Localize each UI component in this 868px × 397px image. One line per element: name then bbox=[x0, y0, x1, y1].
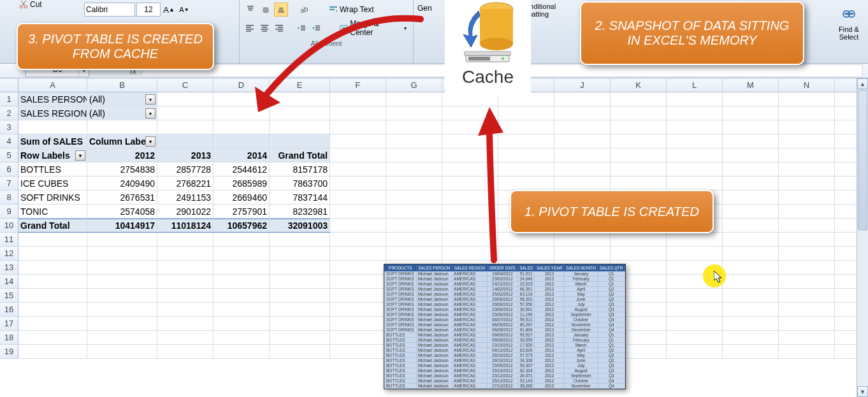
cell[interactable] bbox=[157, 261, 213, 275]
cell[interactable]: 2768221 bbox=[157, 177, 213, 191]
cell[interactable] bbox=[442, 148, 498, 162]
cell[interactable] bbox=[442, 177, 498, 191]
shrink-font-button[interactable]: A▼ bbox=[177, 3, 191, 17]
row-header-2[interactable]: 2 bbox=[0, 106, 18, 120]
cell[interactable] bbox=[779, 134, 835, 148]
cell[interactable] bbox=[330, 275, 386, 289]
cell[interactable] bbox=[498, 106, 554, 120]
cell[interactable] bbox=[498, 134, 554, 148]
column-header-J[interactable]: J bbox=[554, 78, 611, 92]
column-header-E[interactable]: E bbox=[270, 78, 330, 92]
cell[interactable] bbox=[442, 106, 498, 120]
cell[interactable] bbox=[554, 177, 611, 191]
vertical-scrollbar[interactable]: ▲ ▼ bbox=[857, 78, 868, 397]
merge-center-button[interactable]: Merge & Center ▾ bbox=[337, 18, 409, 38]
cell[interactable] bbox=[330, 92, 386, 106]
cell[interactable] bbox=[779, 233, 835, 247]
cell[interactable] bbox=[213, 233, 270, 247]
cell[interactable] bbox=[18, 275, 87, 289]
cell[interactable]: 7837144 bbox=[270, 191, 330, 205]
filter-dropdown[interactable]: ▾ bbox=[145, 94, 156, 105]
cell[interactable] bbox=[213, 92, 270, 106]
number-format-select[interactable]: Gen bbox=[417, 1, 441, 13]
conditional-formatting-button[interactable]: onditional matting bbox=[526, 3, 564, 18]
cell[interactable]: 10414917 bbox=[87, 219, 157, 233]
cell[interactable] bbox=[330, 317, 386, 331]
cell[interactable] bbox=[554, 148, 611, 162]
cell[interactable]: (All)▾ bbox=[87, 92, 157, 106]
cell[interactable] bbox=[554, 134, 611, 148]
cell[interactable] bbox=[157, 331, 213, 345]
cell[interactable] bbox=[779, 289, 835, 303]
cell[interactable] bbox=[723, 261, 779, 275]
cell[interactable] bbox=[330, 233, 386, 247]
cell[interactable]: 2409490 bbox=[87, 177, 157, 191]
cell[interactable] bbox=[779, 92, 835, 106]
cell[interactable]: 8232981 bbox=[270, 205, 330, 219]
cell[interactable] bbox=[779, 162, 835, 177]
cell[interactable]: SALES REGION bbox=[18, 106, 87, 120]
cell[interactable] bbox=[18, 317, 87, 331]
row-header-15[interactable]: 15 bbox=[0, 289, 18, 303]
column-labels-dropdown[interactable]: ▾ bbox=[145, 136, 156, 147]
cell[interactable] bbox=[611, 134, 667, 148]
cell[interactable] bbox=[157, 120, 213, 134]
cell[interactable] bbox=[667, 289, 723, 303]
cell[interactable] bbox=[270, 261, 330, 275]
row-header-18[interactable]: 18 bbox=[0, 331, 18, 345]
cell[interactable]: 32091003 bbox=[270, 219, 330, 233]
column-header-K[interactable]: K bbox=[611, 78, 667, 92]
cell[interactable]: TONIC bbox=[18, 205, 87, 219]
cell[interactable] bbox=[611, 92, 667, 106]
cell[interactable] bbox=[498, 120, 554, 134]
cell[interactable] bbox=[554, 106, 611, 120]
cell[interactable] bbox=[330, 205, 386, 219]
cell[interactable]: 2685989 bbox=[213, 177, 270, 191]
cell[interactable] bbox=[667, 233, 723, 247]
cell[interactable] bbox=[442, 247, 498, 261]
cell[interactable] bbox=[723, 205, 779, 219]
cell[interactable] bbox=[386, 205, 442, 219]
cut-button[interactable]: Cut bbox=[19, 0, 76, 9]
decrease-indent-button[interactable] bbox=[294, 21, 308, 35]
cell[interactable] bbox=[667, 120, 723, 134]
cell[interactable] bbox=[157, 289, 213, 303]
cell[interactable]: 10657962 bbox=[213, 219, 270, 233]
cell[interactable]: 2676531 bbox=[87, 191, 157, 205]
increase-indent-button[interactable] bbox=[309, 21, 322, 35]
column-header-N[interactable]: N bbox=[779, 78, 835, 92]
scroll-up-button[interactable]: ▲ bbox=[857, 78, 868, 89]
cell[interactable] bbox=[386, 177, 442, 191]
row-labels-dropdown[interactable]: ▾ bbox=[75, 150, 85, 161]
cell[interactable]: 2014 bbox=[213, 148, 270, 162]
wrap-text-button[interactable]: Wrap Text bbox=[326, 4, 377, 15]
cell[interactable] bbox=[667, 177, 723, 191]
row-header-10[interactable]: 10 bbox=[0, 219, 18, 233]
cell[interactable] bbox=[779, 303, 835, 317]
cell[interactable] bbox=[87, 317, 157, 331]
cell[interactable] bbox=[667, 162, 723, 177]
cell[interactable] bbox=[723, 134, 779, 148]
cell[interactable]: 2013 bbox=[157, 148, 213, 162]
cell[interactable] bbox=[667, 303, 723, 317]
column-header-M[interactable]: M bbox=[723, 78, 779, 92]
cell[interactable] bbox=[723, 177, 779, 191]
column-header-G[interactable]: G bbox=[386, 78, 442, 92]
cell[interactable] bbox=[779, 120, 835, 134]
cell[interactable] bbox=[442, 233, 498, 247]
cell[interactable] bbox=[779, 247, 835, 261]
cell[interactable] bbox=[330, 303, 386, 317]
cell[interactable] bbox=[667, 106, 723, 120]
cell[interactable] bbox=[330, 120, 386, 134]
cell[interactable] bbox=[498, 177, 554, 191]
cell[interactable] bbox=[157, 233, 213, 247]
cell[interactable] bbox=[330, 106, 386, 120]
cell[interactable] bbox=[723, 92, 779, 106]
cell[interactable] bbox=[213, 331, 270, 345]
cell[interactable] bbox=[330, 345, 386, 359]
cell[interactable]: BOTTLES bbox=[18, 162, 87, 177]
cell[interactable] bbox=[667, 247, 723, 261]
cell[interactable] bbox=[270, 92, 330, 106]
cell[interactable] bbox=[270, 289, 330, 303]
cell[interactable] bbox=[667, 317, 723, 331]
